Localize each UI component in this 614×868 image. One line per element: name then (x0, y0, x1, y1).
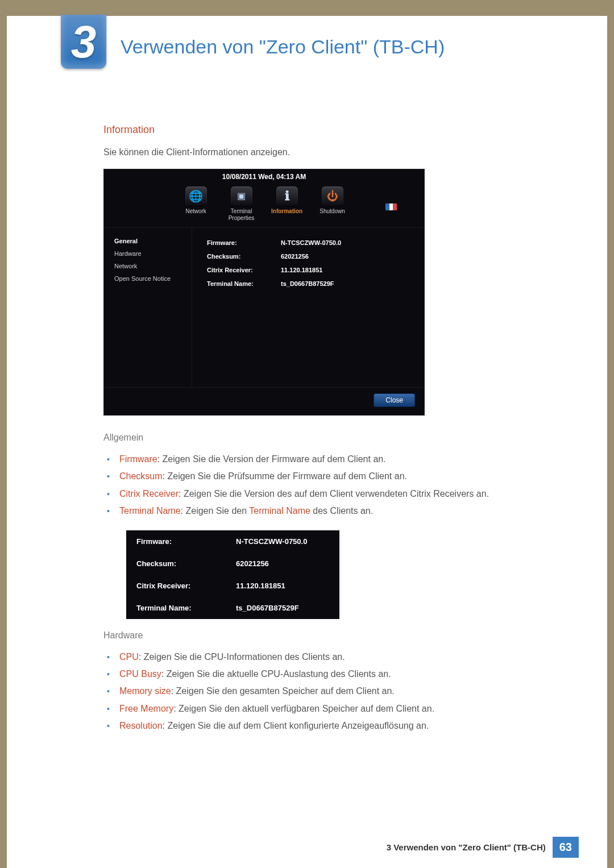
chapter-number: 3 (71, 19, 97, 65)
main-tabs: 🌐 Network ▣ Terminal Properties ℹ Inform… (104, 183, 424, 228)
list-item: Firmware: Zeigen Sie die Version der Fir… (119, 451, 545, 468)
sidebar-item-open-source[interactable]: Open Source Notice (114, 272, 192, 285)
info-value: ts_D0667B87529F (281, 280, 334, 287)
info-panel: Firmware: N-TCSCZWW-0750.0 Checksum: 620… (192, 228, 424, 387)
datetime-label: 10/08/2011 Wed, 04:13 AM (104, 169, 424, 183)
info-row: Citrix Receiver: 11.120.181851 (207, 263, 424, 277)
info-row: Checksum: 62021256 (207, 250, 424, 263)
tab-label: Terminal Properties (224, 208, 259, 222)
subsection-heading-general: Allgemein (103, 433, 545, 443)
hardware-list: CPU: Zeigen Sie die CPU-Informationen de… (103, 649, 545, 735)
sidebar-item-network[interactable]: Network (114, 260, 192, 272)
tab-label: Shutdown (320, 208, 345, 215)
section-heading: Information (103, 124, 545, 136)
information-window: 10/08/2011 Wed, 04:13 AM 🌐 Network ▣ Ter… (103, 169, 425, 416)
info-row: Firmware: N-TCSCZWW-0750.0 (207, 236, 424, 250)
list-item: Free Memory: Zeigen Sie den aktuell verf… (119, 700, 545, 717)
close-button[interactable]: Close (374, 393, 415, 407)
info-icon: ℹ (276, 186, 298, 206)
list-item: Citrix Receiver: Zeigen Sie die Version … (119, 485, 545, 502)
info-row: Terminal Name: ts_D0667B87529F (207, 277, 424, 290)
globe-icon: 🌐 (185, 186, 207, 206)
tab-network[interactable]: 🌐 Network (179, 186, 214, 222)
list-item: CPU Busy: Zeigen Sie die aktuelle CPU-Au… (119, 666, 545, 683)
sidebar-item-hardware[interactable]: Hardware (114, 247, 192, 260)
tab-shutdown[interactable]: ⏻ Shutdown (315, 186, 350, 222)
footer-title: 3 Verwenden von "Zero Client" (TB-CH) (387, 842, 546, 852)
chapter-title: Verwenden von "Zero Client" (TB-CH) (121, 36, 445, 58)
page-footer: 3 Verwenden von "Zero Client" (TB-CH) 63 (387, 837, 579, 858)
table-row: Terminal Name:ts_D0667B87529F (126, 597, 339, 619)
section-intro: Sie können die Client-Informationen anze… (103, 147, 545, 157)
power-icon: ⏻ (322, 186, 343, 206)
list-item: CPU: Zeigen Sie die CPU-Informationen de… (119, 649, 545, 666)
list-item: Terminal Name: Zeigen Sie den Terminal N… (119, 502, 545, 520)
info-value: N-TCSCZWW-0750.0 (281, 239, 341, 246)
table-row: Firmware:N-TCSCZWW-0750.0 (126, 530, 339, 553)
chapter-badge: 3 (61, 15, 106, 69)
info-label: Citrix Receiver: (207, 267, 281, 273)
table-row: Citrix Receiver:11.120.181851 (126, 575, 339, 597)
info-label: Checksum: (207, 253, 281, 260)
language-flag-icon[interactable] (385, 203, 397, 210)
tab-label: Information (271, 208, 302, 215)
info-value: 11.120.181851 (281, 267, 322, 273)
general-list: Firmware: Zeigen Sie die Version der Fir… (103, 451, 545, 520)
subsection-heading-hardware: Hardware (103, 630, 545, 641)
info-value: 62021256 (281, 253, 309, 260)
list-item: Checksum: Zeigen Sie die Prüfsumme der F… (119, 468, 545, 485)
sidebar-item-general[interactable]: General (114, 235, 192, 247)
tab-label: Network (185, 208, 206, 215)
tab-information[interactable]: ℹ Information (269, 186, 305, 222)
chapter-header: 3 Verwenden von "Zero Client" (TB-CH) (7, 16, 607, 84)
table-row: Checksum:62021256 (126, 553, 339, 575)
info-label: Firmware: (207, 239, 281, 246)
tab-terminal-properties[interactable]: ▣ Terminal Properties (224, 186, 259, 222)
sidebar: General Hardware Network Open Source Not… (104, 228, 192, 387)
page-number: 63 (553, 837, 579, 858)
info-label: Terminal Name: (207, 280, 281, 287)
list-item: Resolution: Zeigen Sie die auf dem Clien… (119, 717, 545, 734)
general-info-table: Firmware:N-TCSCZWW-0750.0 Checksum:62021… (126, 530, 339, 619)
terminal-icon: ▣ (231, 186, 252, 206)
list-item: Memory size: Zeigen Sie den gesamten Spe… (119, 683, 545, 700)
